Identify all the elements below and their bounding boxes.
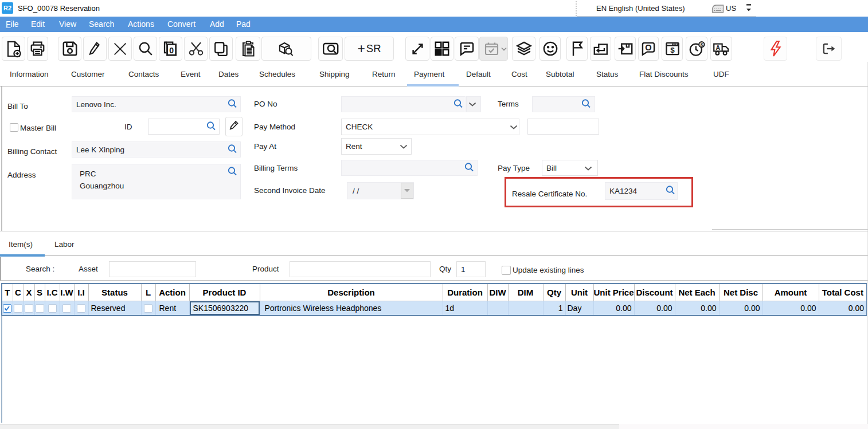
svg-text:$: $ — [700, 42, 703, 48]
svg-text:$: $ — [670, 46, 675, 54]
svg-text:O: O — [645, 43, 651, 52]
svg-text:A: A — [715, 44, 720, 50]
svg-text:0: 0 — [169, 46, 174, 55]
